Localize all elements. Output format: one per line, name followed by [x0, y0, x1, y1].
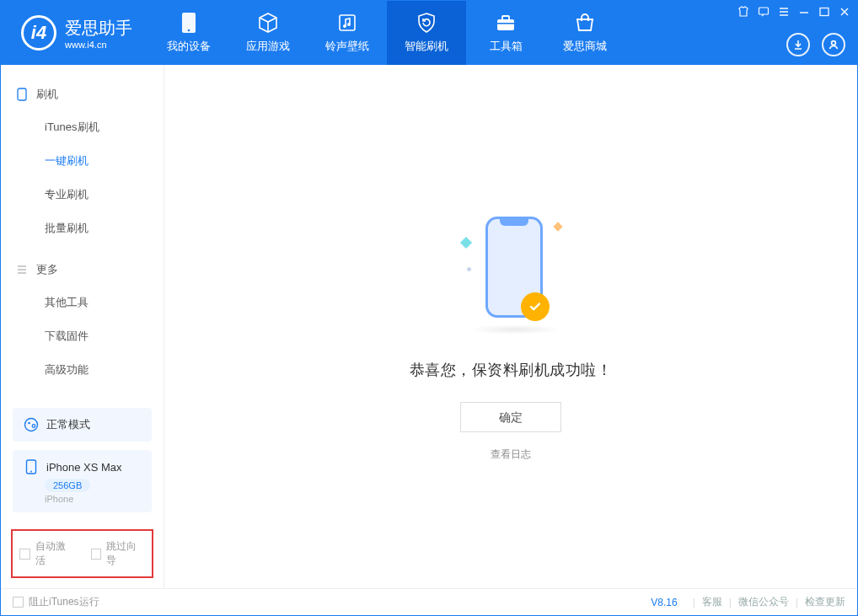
shadow [469, 324, 561, 335]
tab-ringtones[interactable]: 铃声壁纸 [308, 1, 387, 65]
sidebar: 刷机 iTunes刷机 一键刷机 专业刷机 批量刷机 更多 其他工具 下载固件 … [1, 65, 164, 588]
dot-icon [467, 267, 471, 271]
footer-link-update[interactable]: 检查更新 [805, 595, 845, 609]
tab-toolbox[interactable]: 工具箱 [466, 1, 545, 65]
more-icon [16, 265, 28, 275]
device-cards: 正常模式 iPhone XS Max 256GB iPhone [1, 399, 164, 524]
sidebar-content: 刷机 iTunes刷机 一键刷机 专业刷机 批量刷机 更多 其他工具 下载固件 … [1, 65, 164, 399]
sidebar-group-flash: 刷机 [1, 78, 164, 110]
skin-icon[interactable] [737, 6, 749, 20]
sidebar-item-itunes[interactable]: iTunes刷机 [1, 110, 164, 144]
options-highlight: 自动激活 跳过向导 [11, 529, 153, 578]
mode-icon [23, 416, 40, 433]
svg-rect-11 [18, 88, 26, 100]
svg-point-10 [832, 41, 836, 46]
sparkle-icon [553, 222, 562, 231]
checkbox-box [91, 549, 102, 560]
svg-point-12 [25, 419, 38, 431]
phone-outline-icon [16, 88, 28, 101]
svg-point-13 [28, 422, 30, 425]
tab-label: 应用游戏 [246, 39, 290, 54]
sidebar-item-oneclick[interactable]: 一键刷机 [1, 144, 164, 178]
checkbox-box [19, 549, 30, 560]
group-title: 更多 [36, 262, 58, 277]
main-content: 恭喜您，保资料刷机成功啦！ 确定 查看日志 [164, 65, 857, 588]
footer-right: V8.16 | 客服 | 微信公众号 | 检查更新 [651, 595, 845, 609]
svg-rect-7 [497, 23, 514, 24]
feedback-icon[interactable] [758, 6, 770, 20]
svg-rect-6 [502, 16, 509, 20]
ok-button[interactable]: 确定 [460, 402, 561, 432]
app-window: i4 爱思助手 www.i4.cn 我的设备 应用游戏 铃声壁纸 智能刷机 [0, 0, 858, 616]
device-name: iPhone XS Max [46, 461, 122, 474]
device-capacity: 256GB [45, 479, 90, 492]
tab-label: 我的设备 [167, 39, 211, 54]
tab-flash[interactable]: 智能刷机 [387, 1, 466, 65]
svg-point-4 [347, 23, 351, 26]
logo-text: 爱思助手 www.i4.cn [65, 17, 132, 50]
music-icon [336, 12, 358, 34]
sidebar-item-batch[interactable]: 批量刷机 [1, 212, 164, 245]
tab-label: 爱思商城 [563, 39, 607, 54]
minimize-icon[interactable] [798, 6, 810, 20]
svg-rect-8 [759, 8, 769, 14]
app-body: 刷机 iTunes刷机 一键刷机 专业刷机 批量刷机 更多 其他工具 下载固件 … [1, 65, 857, 588]
title-bar: i4 爱思助手 www.i4.cn 我的设备 应用游戏 铃声壁纸 智能刷机 [1, 1, 857, 65]
tab-label: 工具箱 [490, 39, 523, 54]
title-bar-actions [786, 33, 845, 56]
app-logo: i4 爱思助手 www.i4.cn [1, 15, 149, 51]
device-type: iPhone [45, 494, 142, 504]
tab-store[interactable]: 爱思商城 [545, 1, 625, 65]
menu-icon[interactable] [778, 6, 790, 20]
logo-icon: i4 [21, 15, 56, 51]
tab-device[interactable]: 我的设备 [149, 1, 228, 65]
checkbox-block-itunes[interactable]: 阻止iTunes运行 [13, 595, 99, 609]
checkbox-box [13, 597, 24, 608]
checkbox-auto-activate[interactable]: 自动激活 [19, 539, 74, 568]
maximize-icon[interactable] [818, 6, 830, 20]
tab-label: 智能刷机 [405, 39, 448, 54]
checkbox-label: 阻止iTunes运行 [29, 595, 99, 609]
app-name: 爱思助手 [65, 17, 132, 40]
view-log-link[interactable]: 查看日志 [491, 447, 531, 462]
app-url: www.i4.cn [65, 40, 132, 50]
device-icon [178, 12, 200, 34]
svg-point-14 [32, 425, 35, 428]
version-label: V8.16 [651, 597, 677, 608]
mode-card[interactable]: 正常模式 [13, 408, 152, 442]
svg-rect-2 [340, 15, 355, 30]
svg-point-3 [343, 24, 346, 28]
download-button[interactable] [786, 33, 810, 56]
cube-icon [257, 12, 279, 34]
check-badge-icon [521, 292, 550, 321]
footer: 阻止iTunes运行 V8.16 | 客服 | 微信公众号 | 检查更新 [1, 588, 857, 615]
sidebar-item-pro[interactable]: 专业刷机 [1, 178, 164, 212]
sidebar-item-advanced[interactable]: 高级功能 [1, 353, 164, 387]
toolbox-icon [495, 12, 517, 34]
footer-link-wechat[interactable]: 微信公众号 [738, 595, 789, 609]
device-icon [23, 458, 40, 475]
refresh-shield-icon [416, 12, 437, 34]
svg-rect-5 [497, 19, 514, 30]
footer-link-support[interactable]: 客服 [702, 595, 722, 609]
mode-label: 正常模式 [46, 417, 90, 432]
sidebar-group-more: 更多 [1, 254, 164, 286]
success-illustration [460, 217, 561, 335]
sidebar-item-othertools[interactable]: 其他工具 [1, 286, 164, 319]
header-tabs: 我的设备 应用游戏 铃声壁纸 智能刷机 工具箱 爱思商城 [149, 1, 625, 65]
svg-rect-9 [820, 8, 829, 16]
success-message: 恭喜您，保资料刷机成功啦！ [410, 360, 613, 380]
device-card[interactable]: iPhone XS Max 256GB iPhone [13, 450, 152, 512]
close-icon[interactable] [839, 6, 850, 20]
checkbox-label: 跳过向导 [106, 539, 145, 568]
group-title: 刷机 [36, 87, 58, 102]
sidebar-item-downloadfw[interactable]: 下载固件 [1, 319, 164, 353]
sparkle-icon [460, 237, 472, 249]
window-controls-top [737, 6, 850, 20]
tab-label: 铃声壁纸 [325, 39, 369, 54]
tab-apps[interactable]: 应用游戏 [228, 1, 308, 65]
account-button[interactable] [822, 33, 845, 56]
svg-point-16 [30, 471, 32, 473]
store-icon [574, 12, 596, 34]
checkbox-skip-wizard[interactable]: 跳过向导 [91, 539, 146, 568]
